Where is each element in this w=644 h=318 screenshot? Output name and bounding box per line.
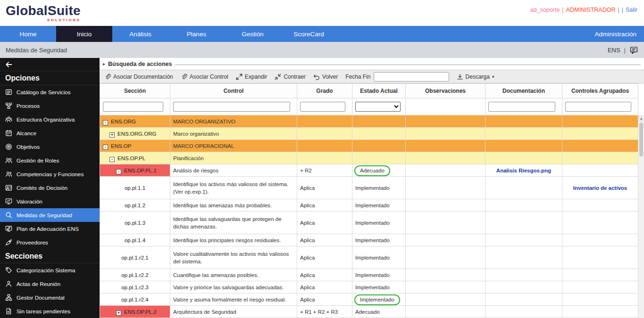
- separator: |: [562, 7, 563, 13]
- sidebar-item-medidas-de-seguridad[interactable]: Medidas de Seguridad: [0, 208, 100, 222]
- contraer-button[interactable]: Contraer: [275, 73, 306, 80]
- cell-control: MARCO ORGANIZATIVO: [170, 115, 297, 128]
- filter-cell-seccion: [100, 98, 170, 115]
- column-header-controles-agrupados[interactable]: Controles Agrupados: [562, 84, 638, 98]
- sidebar-item-gestion-de-roles[interactable]: Gestión de Roles: [0, 154, 100, 167]
- nav-tab-gestion[interactable]: Gestión: [225, 26, 281, 42]
- sidebar-item-objetivos[interactable]: Objetivos: [0, 140, 100, 154]
- cell-control: Identifique las amenazas más probables.: [170, 199, 297, 212]
- volver-button[interactable]: Volver: [313, 73, 338, 80]
- sidebar-item-actas-de-reunion[interactable]: Actas de Reunión: [0, 277, 100, 291]
- sidebar-item-comites-de-decision[interactable]: Comités de Decisión: [0, 181, 100, 195]
- collapse-minus-icon[interactable]: -: [103, 145, 108, 150]
- nav-tab-analisis[interactable]: Análisis: [112, 26, 168, 42]
- fecha-fin-input[interactable]: [374, 72, 449, 82]
- asociar-documentacion-button[interactable]: Asociar Documentación: [104, 73, 173, 80]
- column-header-seccion[interactable]: Sección: [100, 84, 170, 98]
- sidebar-item-catalogo-de-servicios[interactable]: Catálogo de Servicios: [0, 85, 100, 99]
- scroll-thumb[interactable]: [639, 122, 643, 156]
- nav-tab-administracion[interactable]: Administración: [587, 26, 644, 42]
- sidebar-item-estructura-organizativa[interactable]: Estructura Organizativa: [0, 113, 100, 126]
- filter-select-wrap: [355, 102, 401, 112]
- sidebar-item-alcance[interactable]: Alcance: [0, 126, 100, 140]
- tag-icon: [5, 267, 12, 274]
- nav-tab-scorecard[interactable]: ScoreCard: [281, 26, 337, 42]
- descarga-button[interactable]: Descarga ▾: [457, 73, 494, 80]
- search-panel-header[interactable]: ▸ Búsqueda de acciones: [100, 58, 644, 70]
- scope-icon: [5, 130, 12, 137]
- section-code: op.pl.1.r2.4: [121, 297, 149, 302]
- collapse-minus-icon[interactable]: -: [103, 120, 108, 125]
- cell-documentacion: [485, 128, 562, 140]
- column-header-grado[interactable]: Grado: [297, 84, 352, 98]
- sidebar-item-sin-tareas-pendientes[interactable]: Sin tareas pendientes: [0, 304, 100, 318]
- table-row-op-pl-1-4[interactable]: op.pl.1.4Identifique los principales rie…: [100, 234, 638, 246]
- sidebar-item-valoracion[interactable]: Valoración: [0, 195, 100, 208]
- expandir-button[interactable]: Expandir: [236, 73, 267, 80]
- table-row-op-pl-1-3[interactable]: op.pl.1.3Identifique las salvaguardas qu…: [100, 212, 638, 234]
- cell-control: Identifique las salvaguardas que protege…: [170, 212, 297, 234]
- providers-icon: [5, 239, 12, 246]
- cell-estado: Implementado: [352, 177, 406, 199]
- document-link[interactable]: Analisis Riesgos.png: [496, 168, 551, 173]
- filter-input-grado[interactable]: [300, 102, 345, 112]
- user-strip: ad_soporte | ADMINISTRADOR | | Salir: [530, 7, 637, 13]
- sidebar-item-plan-de-adecuacion-ens[interactable]: Plan de Adecuación ENS: [0, 222, 100, 236]
- table-row-ens-org-org[interactable]: +ENS.ORG.ORGMarco organizativo: [100, 128, 638, 140]
- table-row-ens-op-pl-2[interactable]: +ENS.OP.PL.2Arquitectura de Seguridad+ R…: [100, 306, 638, 318]
- column-header-estado-actual[interactable]: Estado Actual: [352, 84, 406, 98]
- expand-icon: [236, 73, 243, 80]
- sidebar-item-competencias-y-funciones[interactable]: Competencias y Funciones: [0, 167, 100, 181]
- cell-grado: [297, 128, 352, 140]
- collapse-minus-icon[interactable]: -: [109, 157, 115, 162]
- sidebar-item-label: Categorización Sistema: [17, 267, 75, 274]
- table-row-ens-op-pl-1[interactable]: -ENS.OP.PL.1Análisis de riesgos+ R2Adecu…: [100, 164, 638, 177]
- separator: |: [618, 7, 619, 13]
- cell-controles-agrupados: [562, 164, 638, 177]
- cell-grado: Aplica: [297, 199, 352, 212]
- cell-seccion: op.pl.1.1: [100, 177, 170, 199]
- filter-select-estado-actual[interactable]: [355, 102, 401, 112]
- column-header-control[interactable]: Control: [170, 84, 297, 98]
- collapse-minus-icon[interactable]: -: [116, 169, 121, 174]
- column-header-observaciones[interactable]: Observaciones: [406, 84, 485, 98]
- table-row-op-pl-1-2[interactable]: op.pl.1.2Identifique las amenazas más pr…: [100, 199, 638, 212]
- filter-input-controles-agrupados[interactable]: [565, 102, 631, 112]
- table-row-op-pl-1-1[interactable]: op.pl.1.1Identifique los activos más val…: [100, 177, 638, 199]
- sidebar-item-procesos[interactable]: Procesos: [0, 99, 100, 113]
- table-row-ens-op[interactable]: -ENS.OPMARCO OPERACIONAL: [100, 140, 638, 152]
- nav-tab-planes[interactable]: Planes: [168, 26, 225, 42]
- panel-title: Búsqueda de acciones: [108, 61, 172, 67]
- chat-icon[interactable]: [629, 46, 638, 54]
- column-header-documentacion[interactable]: Documentación: [485, 84, 562, 98]
- sidebar-item-categorizacion-sistema[interactable]: Categorización Sistema: [0, 263, 100, 277]
- cell-estado: Implementado: [352, 294, 406, 306]
- table-row-ens-op-pl[interactable]: -ENS.OP.PLPlanificación: [100, 152, 638, 164]
- table-row-op-pl-1-r2-2[interactable]: op.pl.1.r2.2Cuantifique las amenazas pos…: [100, 269, 638, 281]
- sidebar-item-label: Procesos: [17, 103, 40, 109]
- vertical-scrollbar[interactable]: ▲: [638, 115, 644, 318]
- estado-highlight: Implementado: [354, 294, 400, 305]
- section-code: op.pl.1.r2.2: [121, 272, 149, 278]
- filter-input-seccion[interactable]: [103, 102, 163, 112]
- nav-tab-inicio[interactable]: Inicio: [56, 26, 112, 42]
- asociar-control-button[interactable]: Asociar Control: [181, 73, 228, 80]
- table-row-ens-org[interactable]: -ENS.ORGMARCO ORGANIZATIVO: [100, 115, 638, 128]
- expand-plus-icon[interactable]: +: [116, 310, 121, 316]
- grouped-control-link[interactable]: Inventario de activos: [573, 185, 627, 191]
- logo-text: GlobalSuite: [6, 4, 81, 17]
- sidebar-item-gestor-documental[interactable]: Gestor Documental: [0, 291, 100, 304]
- table-row-op-pl-1-r2-1[interactable]: op.pl.1.r2.1Valore cualitativamente los …: [100, 246, 638, 269]
- scroll-up-arrow-icon[interactable]: ▲: [638, 115, 644, 122]
- sidebar-section-title-opciones: Opciones: [0, 71, 100, 85]
- filter-input-control[interactable]: [173, 102, 290, 112]
- sidebar-item-proveedores[interactable]: Proveedores: [0, 236, 100, 249]
- sidebar-collapse-button[interactable]: [0, 58, 100, 71]
- expand-plus-icon[interactable]: +: [109, 132, 115, 138]
- table-row-op-pl-1-r2-3[interactable]: op.pl.1.r2.3Valore y priorice las salvag…: [100, 281, 638, 294]
- logout-link[interactable]: Salir: [626, 7, 637, 13]
- table-row-op-pl-1-r2-4[interactable]: op.pl.1.r2.4Valore y asuma formalmente e…: [100, 294, 638, 306]
- filter-input-documentacion[interactable]: [488, 102, 555, 112]
- app-logo[interactable]: GlobalSuite SOLUTIONS: [6, 4, 81, 22]
- nav-tab-home[interactable]: Home: [0, 26, 56, 42]
